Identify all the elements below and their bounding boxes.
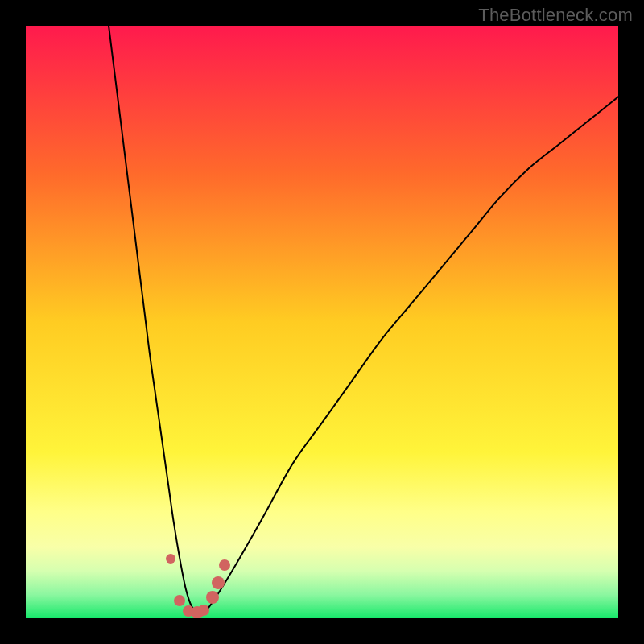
curve-marker xyxy=(198,605,209,616)
watermark-text: TheBottleneck.com xyxy=(478,5,633,26)
curve-marker xyxy=(174,595,185,606)
curve-markers xyxy=(26,26,618,618)
curve-marker xyxy=(166,554,175,564)
curve-marker xyxy=(206,591,219,604)
curve-marker xyxy=(219,559,230,571)
plot-area xyxy=(26,26,618,618)
chart-frame: TheBottleneck.com xyxy=(0,0,644,644)
curve-marker xyxy=(212,576,225,589)
